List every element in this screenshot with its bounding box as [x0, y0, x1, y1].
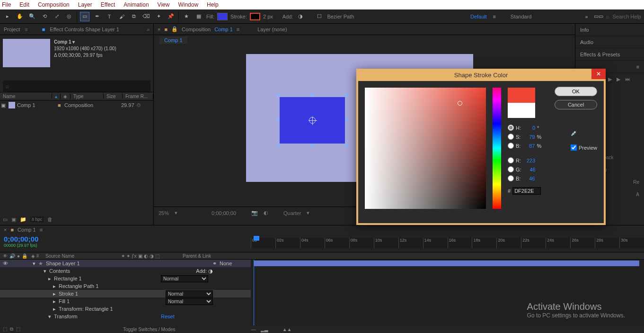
selection-bounding-box[interactable]: [277, 95, 347, 146]
current-time[interactable]: 0;00;00;00: [212, 210, 236, 216]
search-help-input[interactable]: Search Help: [612, 14, 641, 19]
hue-slider[interactable]: [493, 88, 501, 209]
video-column-icon[interactable]: 👁: [3, 253, 8, 259]
snapshot-icon[interactable]: 📷: [251, 210, 258, 216]
tab-effect-controls[interactable]: Effect Controls Shape Layer 1: [50, 27, 119, 32]
green-value[interactable]: 46: [523, 167, 536, 172]
viewer-tab-layer[interactable]: Layer (none): [257, 27, 287, 32]
menu-file[interactable]: File: [2, 1, 11, 8]
timeline-tab-comp[interactable]: Comp 1: [18, 227, 36, 233]
project-search-input[interactable]: ⌕: [3, 81, 150, 92]
workspace-standard[interactable]: Standard: [511, 14, 532, 19]
bit-depth[interactable]: 8 bpc: [30, 216, 44, 222]
add-menu-icon[interactable]: ◑: [296, 12, 305, 21]
blend-mode-dropdown[interactable]: Normal: [161, 275, 208, 282]
zoom-slider[interactable]: ▂▃: [261, 327, 268, 332]
bri-radio[interactable]: [508, 143, 514, 149]
new-comp-icon[interactable]: ▣: [11, 216, 16, 223]
menu-layer[interactable]: Layer: [78, 1, 92, 8]
viewer-tab-comp[interactable]: Comp 1: [214, 27, 233, 32]
magnification-dropdown[interactable]: 25%: [159, 210, 169, 216]
reset-link[interactable]: Reset: [161, 314, 218, 319]
new-folder-icon[interactable]: 📁: [20, 216, 26, 223]
next-frame-icon[interactable]: ▶: [617, 76, 620, 82]
menu-effect[interactable]: Effect: [101, 1, 115, 8]
play-icon[interactable]: ▶: [608, 76, 612, 82]
zoom-out-icon[interactable]: —: [251, 327, 256, 332]
search-help-icon[interactable]: ⌕: [606, 14, 609, 19]
cancel-button[interactable]: Cancel: [555, 100, 597, 109]
resolution-dropdown[interactable]: Quarter: [283, 210, 301, 216]
zoom-tool-icon[interactable]: 🔍: [27, 12, 37, 21]
workspace-default[interactable]: Default: [470, 14, 487, 19]
bri-value[interactable]: 87: [522, 143, 535, 149]
anchor-tool-icon[interactable]: ◎: [64, 12, 74, 21]
menu-window[interactable]: Window: [178, 1, 198, 8]
blend-mode-dropdown[interactable]: Normal: [166, 298, 213, 305]
tabs-overflow-icon[interactable]: »: [147, 27, 150, 32]
close-icon[interactable]: ✕: [591, 69, 606, 79]
color-field[interactable]: [365, 88, 486, 209]
sat-radio[interactable]: [508, 134, 514, 140]
workspace-menu-icon[interactable]: ≡: [490, 12, 499, 21]
panel-menu-icon[interactable]: ≡: [25, 27, 27, 32]
interpret-icon[interactable]: ▭: [3, 216, 8, 223]
blue-radio[interactable]: [508, 175, 514, 181]
col-size[interactable]: Size: [104, 94, 123, 99]
menu-help[interactable]: Help: [207, 1, 219, 8]
col-name[interactable]: Name: [0, 94, 52, 99]
color-field-cursor[interactable]: [458, 101, 462, 106]
layer-duration-bar[interactable]: [254, 261, 639, 266]
fill-swatch[interactable]: [217, 13, 228, 20]
close-viewer-icon[interactable]: ×: [158, 27, 160, 32]
workspace-overflow-icon[interactable]: »: [582, 12, 591, 21]
panel-menu-icon[interactable]: ≡: [237, 27, 239, 32]
sat-value[interactable]: 79: [522, 134, 535, 140]
label-column-icon[interactable]: ◈: [31, 253, 35, 259]
panel-info[interactable]: Info: [575, 24, 644, 36]
hue-radio[interactable]: [508, 125, 514, 131]
col-label-icon[interactable]: ◈: [61, 94, 71, 99]
time-ruler[interactable]: 0s02s04s06s08s10s12s14s16s18s20s22s24s26…: [251, 234, 644, 252]
stroke-width[interactable]: 2 px: [263, 14, 273, 19]
audio-column-icon[interactable]: 🔊: [9, 253, 15, 259]
property-row[interactable]: ▸Rectangle Path 1: [0, 282, 251, 290]
eraser-tool-icon[interactable]: ⌫: [141, 12, 151, 21]
add-property-icon[interactable]: ◑: [208, 268, 213, 274]
property-row[interactable]: ▸Rectangle 1Normal: [0, 275, 251, 282]
zoom-in-icon[interactable]: ▲▲: [282, 327, 292, 332]
new-color-swatch[interactable]: [508, 88, 535, 103]
col-framerate[interactable]: Frame R...: [123, 94, 153, 99]
col-sort-icon[interactable]: ▴: [52, 94, 61, 99]
green-radio[interactable]: [508, 166, 514, 172]
frame-blend-icon[interactable]: ⧉: [10, 326, 13, 332]
solo-column-icon[interactable]: ●: [17, 253, 20, 259]
col-source-name[interactable]: Source Name: [43, 253, 118, 259]
menu-view[interactable]: View: [158, 1, 170, 8]
panel-menu-icon[interactable]: ≡: [40, 227, 43, 233]
shy-toggle-icon[interactable]: ⬚: [3, 326, 7, 332]
ok-button[interactable]: OK: [555, 87, 597, 96]
layer-row[interactable]: 👁▾★ Shape Layer 1 ⚭None: [0, 260, 251, 267]
property-row[interactable]: ▸Fill 1Normal: [0, 297, 251, 305]
blend-mode-dropdown[interactable]: Normal: [166, 290, 213, 297]
hand-tool-icon[interactable]: ✋: [15, 12, 25, 21]
hex-input[interactable]: [512, 187, 541, 195]
timeline-current-time[interactable]: 0;00;00;00: [4, 235, 247, 243]
roto-tool-icon[interactable]: ✦: [154, 12, 163, 21]
property-row[interactable]: ▸Stroke 1Normal: [0, 290, 251, 297]
tab-project[interactable]: Project: [4, 27, 20, 32]
property-row[interactable]: ▸Transform: Rectangle 1: [0, 305, 251, 313]
star-icon[interactable]: ★: [182, 12, 191, 21]
panel-group-icon[interactable]: ▭▭: [594, 12, 603, 21]
preview-checkbox[interactable]: [571, 144, 577, 151]
menu-composition[interactable]: Composition: [38, 1, 70, 8]
rectangle-tool-icon[interactable]: ▭: [80, 12, 89, 21]
composition-thumbnail[interactable]: [3, 39, 50, 67]
parent-dropdown[interactable]: None: [220, 261, 232, 266]
selection-tool-icon[interactable]: ▸: [3, 12, 12, 21]
motion-blur-icon[interactable]: ⬚: [16, 326, 20, 332]
flowchart-crumb[interactable]: Comp 1: [159, 36, 187, 44]
blue-value[interactable]: 46: [522, 176, 535, 181]
rotate-tool-icon[interactable]: ⤢: [52, 12, 62, 21]
